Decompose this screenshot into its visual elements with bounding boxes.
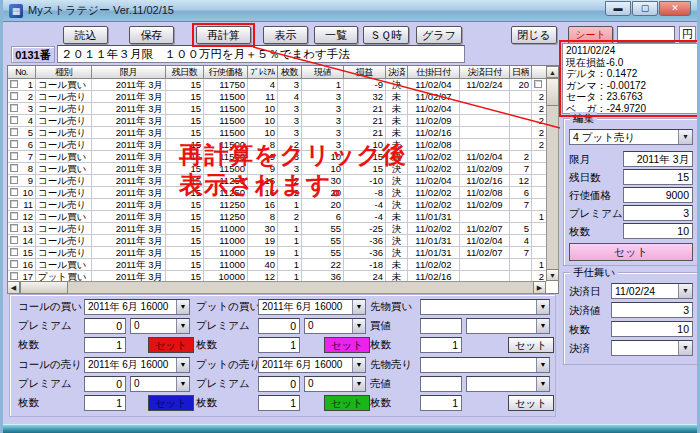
load-button[interactable]: 読込 — [63, 26, 108, 44]
order-month-select[interactable]: 2011年 6月 16000▼ — [258, 299, 366, 315]
sq-button[interactable]: ＳＱ時 — [363, 26, 409, 44]
table-row[interactable]: 11コール売り2011年 3月151125016120-4決11/02/0211… — [8, 199, 558, 211]
column-header[interactable]: 限月 — [92, 66, 166, 79]
chevron-down-icon[interactable]: ▼ — [176, 319, 189, 333]
row-checkbox-icon[interactable] — [534, 80, 542, 88]
order-month-select[interactable]: 2011年 6月 16000▼ — [84, 357, 190, 373]
row-selector-icon[interactable] — [10, 152, 18, 160]
row-selector-icon[interactable] — [10, 260, 18, 268]
scroll-down-icon[interactable]: ▼ — [546, 269, 559, 281]
price-input[interactable] — [617, 26, 675, 43]
column-header[interactable]: 現値 — [302, 66, 344, 79]
edit-strike-field[interactable]: 9000 — [623, 187, 693, 203]
order-value-select[interactable]: 0▼ — [130, 376, 190, 392]
chevron-down-icon[interactable]: ▼ — [176, 358, 189, 372]
column-header[interactable] — [532, 66, 547, 79]
column-header[interactable]: 日柄 — [510, 66, 532, 79]
column-header[interactable]: 行使価格 — [204, 66, 248, 79]
vertical-scroll-thumb[interactable] — [546, 78, 559, 106]
list-button[interactable]: 一覧 — [314, 26, 358, 44]
edit-month-field[interactable]: 2011年 3月 — [623, 151, 693, 167]
order-qty-input[interactable]: 1 — [84, 337, 126, 353]
chevron-down-icon[interactable]: ▼ — [678, 341, 692, 355]
row-selector-icon[interactable] — [10, 176, 18, 184]
row-selector-icon[interactable] — [10, 236, 18, 244]
row-selector-icon[interactable] — [10, 224, 18, 232]
table-row[interactable]: 1コール買い2011年 3月1511750431-9決11/02/0411/02… — [8, 79, 558, 91]
order-set-button[interactable]: セット — [324, 395, 370, 411]
scroll-right-icon[interactable]: ▶ — [533, 281, 546, 294]
column-header[interactable]: 種別 — [36, 66, 92, 79]
order-qty-input[interactable]: 1 — [258, 395, 300, 411]
edit-days-field[interactable]: 15 — [623, 169, 693, 185]
row-selector-icon[interactable] — [10, 200, 18, 208]
column-header[interactable]: 仕掛日付 — [408, 66, 460, 79]
chevron-down-icon[interactable]: ▼ — [352, 319, 365, 333]
column-header[interactable]: 決済日付 — [460, 66, 510, 79]
chevron-down-icon[interactable]: ▼ — [176, 300, 189, 314]
row-selector-icon[interactable] — [10, 248, 18, 256]
table-row[interactable]: 7コール買い2011年 3月1511500931015決11/02/0211/0… — [8, 151, 558, 163]
graph-button[interactable]: グラフ — [416, 26, 462, 44]
column-header[interactable]: No. — [8, 66, 36, 79]
horizontal-scroll-thumb[interactable] — [20, 281, 68, 294]
order-value-select[interactable]: 0▼ — [304, 376, 366, 392]
column-header[interactable]: ﾌﾟﾚﾐｱﾑ — [248, 66, 278, 79]
table-row[interactable]: 12コール買い2011年 3月1511250826-4未11/01/311 — [8, 211, 558, 223]
table-row[interactable]: 14コール売り2011年 3月151100019155-36決11/01/311… — [8, 235, 558, 247]
order-value-select[interactable]: 0▼ — [304, 318, 366, 334]
settle-price-field[interactable]: 3 — [611, 302, 693, 318]
order-value-input[interactable] — [420, 376, 462, 392]
table-row[interactable]: 16コール買い2011年 3月151100040122-18未11/02/021 — [8, 259, 558, 271]
recalculate-button[interactable]: 再計算 — [196, 26, 251, 44]
order-month-select[interactable]: ▼ — [420, 299, 550, 315]
order-value-input[interactable]: 0 — [84, 376, 126, 392]
order-value-select[interactable]: ▼ — [466, 318, 550, 334]
table-row[interactable]: 15コール売り2011年 3月151100019155-36決11/01/311… — [8, 247, 558, 259]
strategy-title-input[interactable]: ２０１１年３月限 １００万円を月＋５％でまわす手法 — [57, 45, 465, 63]
order-set-button[interactable]: セット — [324, 337, 370, 353]
chevron-down-icon[interactable]: ▼ — [352, 377, 365, 391]
order-value-input[interactable]: 0 — [84, 318, 126, 334]
row-selector-icon[interactable] — [10, 80, 18, 88]
order-month-select[interactable]: ▼ — [420, 357, 550, 373]
settle-date-select[interactable]: 11/02/24 ▼ — [611, 283, 693, 299]
order-value-select[interactable]: ▼ — [466, 376, 550, 392]
order-set-button[interactable]: セット — [508, 395, 554, 411]
chevron-down-icon[interactable]: ▼ — [352, 358, 365, 372]
table-row[interactable]: 2コール売り2011年 3月1511500114332未11/02/072 — [8, 91, 558, 103]
chevron-down-icon[interactable]: ▼ — [536, 300, 549, 314]
order-month-select[interactable]: 2011年 6月 16000▼ — [84, 299, 190, 315]
table-row[interactable]: 10コール売り2011年 3月151125016220-8決11/02/0211… — [8, 187, 558, 199]
table-row[interactable]: 5コール売り2011年 3月1511500103321未11/02/162 — [8, 127, 558, 139]
row-selector-icon[interactable] — [10, 212, 18, 220]
edit-position-select[interactable]: 4 プット売り ▼ — [569, 129, 693, 145]
order-value-select[interactable]: 0▼ — [130, 318, 190, 334]
column-header[interactable]: 決済 — [386, 66, 408, 79]
chevron-down-icon[interactable]: ▼ — [536, 319, 549, 333]
save-button[interactable]: 保存 — [129, 26, 174, 44]
table-row[interactable]: 13コール売り2011年 3月151100030155-25決11/02/021… — [8, 223, 558, 235]
column-header[interactable]: 損益 — [344, 66, 386, 79]
horizontal-scrollbar[interactable] — [7, 281, 546, 294]
edit-premium-field[interactable]: 3 — [623, 205, 693, 221]
order-qty-input[interactable]: 1 — [420, 395, 462, 411]
order-value-input[interactable] — [420, 318, 462, 334]
order-value-input[interactable]: 0 — [258, 376, 300, 392]
order-qty-input[interactable]: 1 — [258, 337, 300, 353]
close-window-button[interactable]: ✕ — [659, 1, 691, 16]
scroll-up-icon[interactable]: ▲ — [546, 66, 559, 78]
table-row[interactable]: 6コール売り2011年 3月151150082310未11/02/082 — [8, 139, 558, 151]
row-selector-icon[interactable] — [10, 188, 18, 196]
chevron-down-icon[interactable]: ▼ — [678, 130, 692, 144]
row-selector-icon[interactable] — [10, 116, 18, 124]
sheet-open-button[interactable]: シートOPEN — [568, 26, 613, 44]
table-row[interactable]: 3コール売り2011年 3月1511500103321未11/02/042 — [8, 103, 558, 115]
order-qty-input[interactable]: 1 — [84, 395, 126, 411]
order-qty-input[interactable]: 1 — [420, 337, 462, 353]
scroll-left-icon[interactable]: ◀ — [7, 281, 20, 294]
chevron-down-icon[interactable]: ▼ — [176, 377, 189, 391]
chevron-down-icon[interactable]: ▼ — [536, 358, 549, 372]
edit-set-button[interactable]: セット — [569, 243, 693, 261]
chevron-down-icon[interactable]: ▼ — [678, 284, 692, 298]
